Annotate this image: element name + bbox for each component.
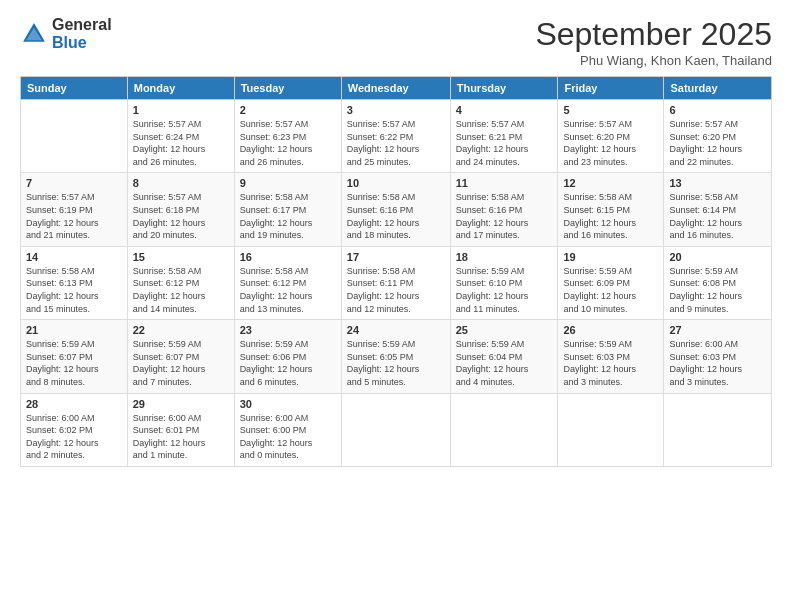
calendar-cell: 2Sunrise: 5:57 AM Sunset: 6:23 PM Daylig… xyxy=(234,100,341,173)
day-number: 27 xyxy=(669,324,766,336)
calendar-cell: 29Sunrise: 6:00 AM Sunset: 6:01 PM Dayli… xyxy=(127,393,234,466)
calendar-cell: 6Sunrise: 5:57 AM Sunset: 6:20 PM Daylig… xyxy=(664,100,772,173)
calendar-cell: 12Sunrise: 5:58 AM Sunset: 6:15 PM Dayli… xyxy=(558,173,664,246)
day-detail: Sunrise: 5:57 AM Sunset: 6:24 PM Dayligh… xyxy=(133,118,229,168)
calendar-week-4: 28Sunrise: 6:00 AM Sunset: 6:02 PM Dayli… xyxy=(21,393,772,466)
day-number: 22 xyxy=(133,324,229,336)
day-detail: Sunrise: 5:57 AM Sunset: 6:18 PM Dayligh… xyxy=(133,191,229,241)
calendar-cell xyxy=(558,393,664,466)
calendar-cell: 13Sunrise: 5:58 AM Sunset: 6:14 PM Dayli… xyxy=(664,173,772,246)
day-detail: Sunrise: 5:57 AM Sunset: 6:20 PM Dayligh… xyxy=(669,118,766,168)
day-number: 29 xyxy=(133,398,229,410)
logo-blue: Blue xyxy=(52,34,112,52)
calendar-cell xyxy=(450,393,558,466)
location-subtitle: Phu Wiang, Khon Kaen, Thailand xyxy=(535,53,772,68)
col-tuesday: Tuesday xyxy=(234,77,341,100)
day-number: 15 xyxy=(133,251,229,263)
logo-general: General xyxy=(52,16,112,34)
calendar-header: Sunday Monday Tuesday Wednesday Thursday… xyxy=(21,77,772,100)
calendar-cell: 19Sunrise: 5:59 AM Sunset: 6:09 PM Dayli… xyxy=(558,246,664,319)
calendar-cell: 8Sunrise: 5:57 AM Sunset: 6:18 PM Daylig… xyxy=(127,173,234,246)
calendar-cell xyxy=(664,393,772,466)
calendar-cell: 18Sunrise: 5:59 AM Sunset: 6:10 PM Dayli… xyxy=(450,246,558,319)
col-thursday: Thursday xyxy=(450,77,558,100)
calendar-cell: 11Sunrise: 5:58 AM Sunset: 6:16 PM Dayli… xyxy=(450,173,558,246)
logo-text: General Blue xyxy=(52,16,112,51)
logo: General Blue xyxy=(20,16,112,51)
day-number: 10 xyxy=(347,177,445,189)
calendar-cell: 10Sunrise: 5:58 AM Sunset: 6:16 PM Dayli… xyxy=(341,173,450,246)
day-detail: Sunrise: 5:59 AM Sunset: 6:03 PM Dayligh… xyxy=(563,338,658,388)
calendar-cell: 23Sunrise: 5:59 AM Sunset: 6:06 PM Dayli… xyxy=(234,320,341,393)
calendar-cell: 28Sunrise: 6:00 AM Sunset: 6:02 PM Dayli… xyxy=(21,393,128,466)
day-detail: Sunrise: 5:57 AM Sunset: 6:21 PM Dayligh… xyxy=(456,118,553,168)
day-detail: Sunrise: 5:57 AM Sunset: 6:20 PM Dayligh… xyxy=(563,118,658,168)
calendar-cell: 9Sunrise: 5:58 AM Sunset: 6:17 PM Daylig… xyxy=(234,173,341,246)
calendar-cell: 24Sunrise: 5:59 AM Sunset: 6:05 PM Dayli… xyxy=(341,320,450,393)
day-detail: Sunrise: 5:58 AM Sunset: 6:14 PM Dayligh… xyxy=(669,191,766,241)
col-wednesday: Wednesday xyxy=(341,77,450,100)
calendar-cell: 16Sunrise: 5:58 AM Sunset: 6:12 PM Dayli… xyxy=(234,246,341,319)
day-number: 17 xyxy=(347,251,445,263)
day-number: 3 xyxy=(347,104,445,116)
calendar-cell: 20Sunrise: 5:59 AM Sunset: 6:08 PM Dayli… xyxy=(664,246,772,319)
col-friday: Friday xyxy=(558,77,664,100)
calendar-cell: 26Sunrise: 5:59 AM Sunset: 6:03 PM Dayli… xyxy=(558,320,664,393)
day-number: 28 xyxy=(26,398,122,410)
day-number: 14 xyxy=(26,251,122,263)
day-detail: Sunrise: 5:58 AM Sunset: 6:12 PM Dayligh… xyxy=(133,265,229,315)
calendar-body: 1Sunrise: 5:57 AM Sunset: 6:24 PM Daylig… xyxy=(21,100,772,467)
day-detail: Sunrise: 6:00 AM Sunset: 6:00 PM Dayligh… xyxy=(240,412,336,462)
day-number: 13 xyxy=(669,177,766,189)
calendar-cell xyxy=(341,393,450,466)
day-detail: Sunrise: 6:00 AM Sunset: 6:03 PM Dayligh… xyxy=(669,338,766,388)
day-number: 7 xyxy=(26,177,122,189)
day-number: 12 xyxy=(563,177,658,189)
col-saturday: Saturday xyxy=(664,77,772,100)
page-header: General Blue September 2025 Phu Wiang, K… xyxy=(20,16,772,68)
calendar-cell: 17Sunrise: 5:58 AM Sunset: 6:11 PM Dayli… xyxy=(341,246,450,319)
day-number: 16 xyxy=(240,251,336,263)
day-detail: Sunrise: 5:59 AM Sunset: 6:09 PM Dayligh… xyxy=(563,265,658,315)
day-number: 2 xyxy=(240,104,336,116)
day-number: 9 xyxy=(240,177,336,189)
day-detail: Sunrise: 5:57 AM Sunset: 6:22 PM Dayligh… xyxy=(347,118,445,168)
day-number: 6 xyxy=(669,104,766,116)
calendar-cell: 7Sunrise: 5:57 AM Sunset: 6:19 PM Daylig… xyxy=(21,173,128,246)
logo-icon xyxy=(20,20,48,48)
day-number: 21 xyxy=(26,324,122,336)
day-detail: Sunrise: 5:58 AM Sunset: 6:12 PM Dayligh… xyxy=(240,265,336,315)
day-number: 4 xyxy=(456,104,553,116)
day-detail: Sunrise: 5:59 AM Sunset: 6:08 PM Dayligh… xyxy=(669,265,766,315)
day-detail: Sunrise: 5:59 AM Sunset: 6:07 PM Dayligh… xyxy=(133,338,229,388)
day-detail: Sunrise: 5:59 AM Sunset: 6:04 PM Dayligh… xyxy=(456,338,553,388)
day-detail: Sunrise: 5:59 AM Sunset: 6:06 PM Dayligh… xyxy=(240,338,336,388)
calendar-cell: 1Sunrise: 5:57 AM Sunset: 6:24 PM Daylig… xyxy=(127,100,234,173)
day-number: 19 xyxy=(563,251,658,263)
col-sunday: Sunday xyxy=(21,77,128,100)
day-detail: Sunrise: 5:59 AM Sunset: 6:07 PM Dayligh… xyxy=(26,338,122,388)
day-number: 24 xyxy=(347,324,445,336)
calendar-table: Sunday Monday Tuesday Wednesday Thursday… xyxy=(20,76,772,467)
day-detail: Sunrise: 6:00 AM Sunset: 6:01 PM Dayligh… xyxy=(133,412,229,462)
calendar-cell: 27Sunrise: 6:00 AM Sunset: 6:03 PM Dayli… xyxy=(664,320,772,393)
day-detail: Sunrise: 5:58 AM Sunset: 6:17 PM Dayligh… xyxy=(240,191,336,241)
month-title: September 2025 xyxy=(535,16,772,53)
day-detail: Sunrise: 6:00 AM Sunset: 6:02 PM Dayligh… xyxy=(26,412,122,462)
calendar-cell: 30Sunrise: 6:00 AM Sunset: 6:00 PM Dayli… xyxy=(234,393,341,466)
day-detail: Sunrise: 5:58 AM Sunset: 6:16 PM Dayligh… xyxy=(347,191,445,241)
calendar-cell: 15Sunrise: 5:58 AM Sunset: 6:12 PM Dayli… xyxy=(127,246,234,319)
day-detail: Sunrise: 5:58 AM Sunset: 6:11 PM Dayligh… xyxy=(347,265,445,315)
calendar-cell xyxy=(21,100,128,173)
col-monday: Monday xyxy=(127,77,234,100)
day-number: 8 xyxy=(133,177,229,189)
day-detail: Sunrise: 5:57 AM Sunset: 6:19 PM Dayligh… xyxy=(26,191,122,241)
calendar-cell: 22Sunrise: 5:59 AM Sunset: 6:07 PM Dayli… xyxy=(127,320,234,393)
calendar-cell: 25Sunrise: 5:59 AM Sunset: 6:04 PM Dayli… xyxy=(450,320,558,393)
day-detail: Sunrise: 5:58 AM Sunset: 6:13 PM Dayligh… xyxy=(26,265,122,315)
calendar-cell: 5Sunrise: 5:57 AM Sunset: 6:20 PM Daylig… xyxy=(558,100,664,173)
day-number: 26 xyxy=(563,324,658,336)
calendar-cell: 3Sunrise: 5:57 AM Sunset: 6:22 PM Daylig… xyxy=(341,100,450,173)
day-number: 30 xyxy=(240,398,336,410)
calendar-week-0: 1Sunrise: 5:57 AM Sunset: 6:24 PM Daylig… xyxy=(21,100,772,173)
